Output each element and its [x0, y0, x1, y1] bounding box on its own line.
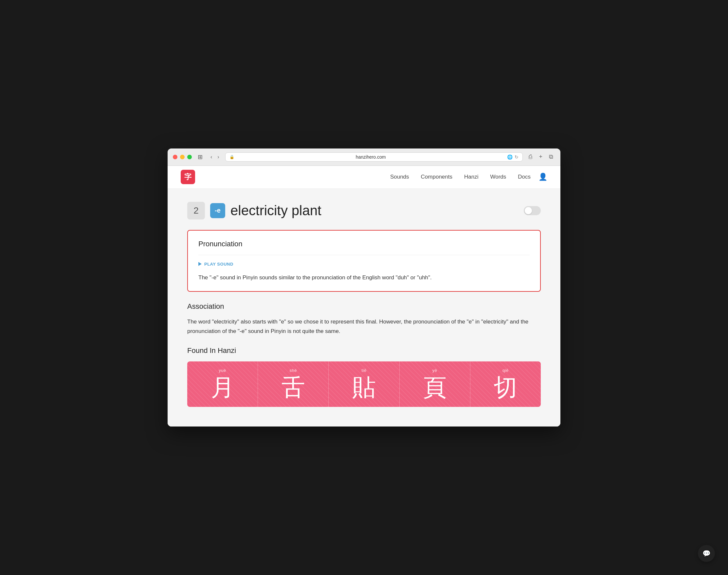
hanzi-character: 月 — [211, 375, 234, 399]
sidebar-toggle-button[interactable]: ⊞ — [196, 153, 204, 161]
navbar: 字 Sounds Components Hanzi Words Docs 👤 — [167, 166, 561, 189]
maximize-button[interactable] — [187, 155, 192, 159]
page-content: 字 Sounds Components Hanzi Words Docs 👤 2… — [167, 166, 561, 427]
association-section: Association The word "electricity" also … — [187, 302, 541, 336]
logo[interactable]: 字 — [181, 170, 195, 184]
browser-chrome: ⊞ ‹ › 🔒 hanzihero.com 🌐 ↻ ⎙ + ⧉ — [167, 148, 561, 166]
pronunciation-description: The "-e" sound in Pinyin sounds similar … — [198, 273, 530, 282]
tabs-button[interactable]: ⧉ — [547, 153, 555, 161]
close-button[interactable] — [173, 155, 178, 159]
nav-components[interactable]: Components — [421, 174, 452, 180]
hanzi-character: 切 — [494, 375, 517, 399]
hanzi-card[interactable]: shé舌 — [258, 362, 329, 407]
play-sound-button[interactable]: PLAY SOUND — [198, 262, 233, 267]
hanzi-pinyin: shé — [290, 368, 297, 373]
url-text: hanzihero.com — [236, 155, 505, 160]
found-hanzi-title: Found In Hanzi — [187, 346, 541, 355]
association-title: Association — [187, 302, 541, 311]
step-number: 2 — [187, 202, 205, 219]
refresh-icon[interactable]: ↻ — [514, 155, 518, 160]
hanzi-pinyin: qiē — [503, 368, 509, 373]
translate-icon[interactable]: 🌐 — [507, 155, 513, 160]
hanzi-character: 貼 — [352, 375, 376, 399]
chat-icon: 💬 — [702, 549, 711, 557]
hanzi-card[interactable]: yè頁 — [400, 362, 470, 407]
hanzi-character: 舌 — [282, 375, 305, 399]
nav-sounds[interactable]: Sounds — [390, 174, 409, 180]
main-content: 2 -e electricity plant Pronunciation PLA… — [167, 189, 561, 427]
page-title: electricity plant — [230, 203, 321, 218]
browser-controls: ‹ › — [209, 154, 221, 161]
nav-docs[interactable]: Docs — [518, 174, 531, 180]
hanzi-character: 頁 — [423, 375, 446, 399]
pronunciation-section: Pronunciation PLAY SOUND The "-e" sound … — [187, 230, 541, 292]
new-tab-button[interactable]: + — [537, 153, 544, 161]
traffic-lights — [173, 155, 192, 159]
association-text: The word "electricity" also starts with … — [187, 317, 541, 336]
hanzi-grid: yuè月shé舌tiē貼yè頁qiē切 — [187, 362, 541, 407]
hanzi-card[interactable]: yuè月 — [187, 362, 258, 407]
hanzi-card[interactable]: qiē切 — [470, 362, 541, 407]
hanzi-pinyin: tiē — [361, 368, 366, 373]
toggle-container — [524, 206, 541, 215]
browser-window: ⊞ ‹ › 🔒 hanzihero.com 🌐 ↻ ⎙ + ⧉ 字 Sounds… — [167, 148, 561, 427]
nav-hanzi[interactable]: Hanzi — [464, 174, 478, 180]
user-icon[interactable]: 👤 — [538, 173, 547, 181]
nav-words[interactable]: Words — [490, 174, 506, 180]
play-sound-label: PLAY SOUND — [204, 262, 233, 267]
back-button[interactable]: ‹ — [209, 154, 214, 161]
divider — [198, 255, 530, 255]
page-header: 2 -e electricity plant — [187, 202, 541, 219]
nav-links: Sounds Components Hanzi Words Docs — [390, 174, 531, 180]
minimize-button[interactable] — [180, 155, 185, 159]
share-button[interactable]: ⎙ — [527, 153, 534, 161]
forward-button[interactable]: › — [215, 154, 221, 161]
pronunciation-title: Pronunciation — [198, 240, 530, 248]
sound-badge: -e — [210, 203, 225, 218]
hanzi-card[interactable]: tiē貼 — [329, 362, 399, 407]
address-bar-actions: 🌐 ↻ — [507, 155, 518, 160]
browser-actions: ⎙ + ⧉ — [527, 153, 555, 161]
found-hanzi-section: Found In Hanzi yuè月shé舌tiē貼yè頁qiē切 — [187, 346, 541, 407]
hanzi-pinyin: yè — [433, 368, 437, 373]
toggle-switch[interactable] — [524, 206, 541, 215]
chat-fab[interactable]: 💬 — [698, 545, 715, 562]
address-bar[interactable]: 🔒 hanzihero.com 🌐 ↻ — [225, 153, 523, 162]
hanzi-pinyin: yuè — [219, 368, 226, 373]
play-icon — [198, 262, 202, 266]
lock-icon: 🔒 — [229, 155, 234, 159]
